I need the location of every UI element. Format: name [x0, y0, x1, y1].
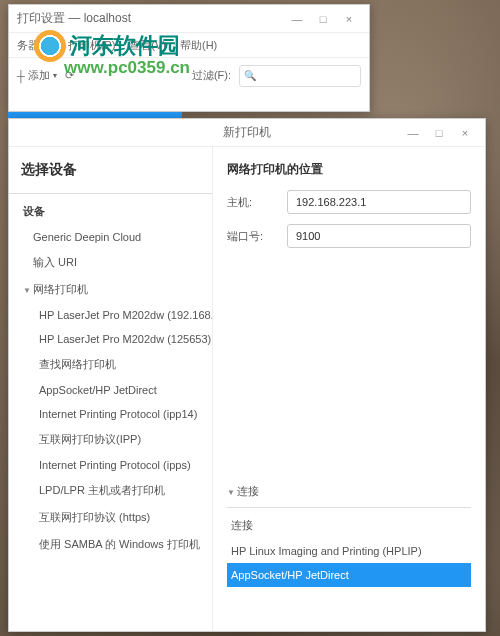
- device-item[interactable]: HP LaserJet Pro M202dw (192.168.2: [9, 303, 212, 327]
- pane-title: 选择设备: [9, 147, 212, 189]
- chevron-down-icon: ▾: [53, 71, 57, 80]
- network-printer-group[interactable]: 网络打印机: [9, 276, 212, 303]
- connection-item[interactable]: AppSocket/HP JetDirect: [227, 563, 471, 587]
- new-printer-window: 新打印机 — □ × 选择设备 设备 Generic Deepin Cloud …: [8, 118, 486, 632]
- maximize-button[interactable]: □: [311, 9, 335, 29]
- minimize-button[interactable]: —: [285, 9, 309, 29]
- add-button[interactable]: ┼ 添加 ▾: [17, 68, 57, 83]
- detail-pane: 网络打印机的位置 主机: 端口号: 连接 连接 HP Linux Imaging…: [213, 147, 485, 631]
- host-input[interactable]: [287, 190, 471, 214]
- device-header: 设备: [9, 198, 212, 225]
- device-item[interactable]: 查找网络打印机: [9, 351, 212, 378]
- filter-label: 过滤(F):: [192, 68, 231, 83]
- connection-title[interactable]: 连接: [227, 480, 471, 503]
- maximize-button[interactable]: □: [427, 123, 451, 143]
- device-item[interactable]: LPD/LPR 主机或者打印机: [9, 477, 212, 504]
- logo-icon: [34, 30, 66, 62]
- window-title: 新打印机: [223, 124, 271, 141]
- host-label: 主机:: [227, 195, 277, 210]
- device-item[interactable]: Internet Printing Protocol (ipp14): [9, 402, 212, 426]
- port-input[interactable]: [287, 224, 471, 248]
- titlebar[interactable]: 打印设置 — localhost — □ ×: [9, 5, 369, 33]
- window-title: 打印设置 — localhost: [17, 10, 285, 27]
- device-item[interactable]: 互联网打印协议 (https): [9, 504, 212, 531]
- device-list: 设备 Generic Deepin Cloud 输入 URI 网络打印机 HP …: [9, 198, 212, 631]
- device-item[interactable]: Internet Printing Protocol (ipps): [9, 453, 212, 477]
- filter-input[interactable]: [260, 70, 360, 82]
- port-label: 端口号:: [227, 229, 277, 244]
- location-title: 网络打印机的位置: [227, 161, 471, 178]
- device-item[interactable]: AppSocket/HP JetDirect: [9, 378, 212, 402]
- titlebar[interactable]: 新打印机 — □ ×: [9, 119, 485, 147]
- plus-icon: ┼: [17, 70, 25, 82]
- menu-help[interactable]: 帮助(H): [180, 38, 217, 53]
- connection-item[interactable]: 连接: [227, 512, 471, 539]
- close-button[interactable]: ×: [337, 9, 361, 29]
- filter-box: 🔍: [239, 65, 361, 87]
- watermark: 河东软件园 www.pc0359.cn: [34, 30, 180, 62]
- device-uri[interactable]: 输入 URI: [9, 249, 212, 276]
- search-icon: 🔍: [240, 70, 260, 81]
- close-button[interactable]: ×: [453, 123, 477, 143]
- minimize-button[interactable]: —: [401, 123, 425, 143]
- device-item[interactable]: 互联网打印协议(IPP): [9, 426, 212, 453]
- device-pane: 选择设备 设备 Generic Deepin Cloud 输入 URI 网络打印…: [9, 147, 213, 631]
- device-item[interactable]: HP LaserJet Pro M202dw (125653) (: [9, 327, 212, 351]
- connection-section: 连接 连接 HP Linux Imaging and Printing (HPL…: [227, 480, 471, 617]
- connection-item[interactable]: HP Linux Imaging and Printing (HPLIP): [227, 539, 471, 563]
- device-item[interactable]: 使用 SAMBA 的 Windows 打印机: [9, 531, 212, 558]
- device-generic[interactable]: Generic Deepin Cloud: [9, 225, 212, 249]
